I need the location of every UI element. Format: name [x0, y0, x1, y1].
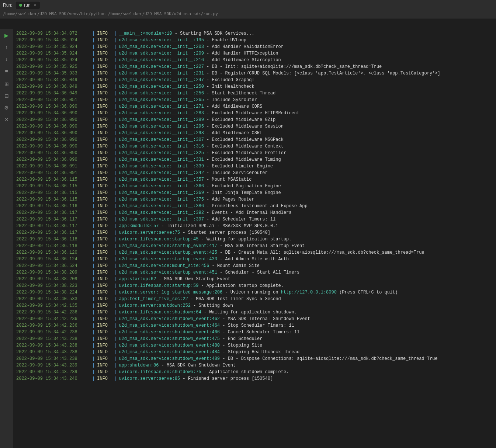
log-line: 2022-09-09 15:34:36.117 | INFO | uvicorn…	[13, 229, 496, 236]
log-level: INFO	[97, 117, 112, 123]
log-text: - Started server process [150540]	[180, 230, 270, 235]
log-source: u2d_msa_sdk.service:startup_event:417	[119, 243, 217, 249]
separator: |	[92, 282, 95, 289]
run-tab[interactable]: run ×	[15, 1, 40, 9]
log-level: INFO	[97, 302, 112, 309]
log-source: u2d_msa_sdk.service:__init__:298	[119, 131, 204, 136]
separator: |	[92, 296, 95, 302]
separator: |	[114, 322, 117, 329]
log-timestamp: 2022-09-09 15:34:34.072	[16, 30, 90, 37]
log-source: u2d_msa_sdk.service:__init__:271	[119, 104, 204, 109]
tab-dot	[19, 4, 22, 7]
log-message: u2d_msa_sdk.service:startup_event:417 - …	[119, 243, 305, 249]
log-text: - Application startup complete.	[198, 283, 283, 288]
log-text: - Add Handler ValidationError	[204, 44, 284, 49]
log-source: u2d_msa_sdk.service:__init__:227	[119, 64, 204, 69]
log-link[interactable]: http://127.0.0.1:8090	[281, 290, 337, 295]
separator: |	[114, 302, 117, 309]
log-source: u2d_msa_sdk.service:__init__:231	[119, 71, 204, 76]
stop-button[interactable]: ■	[1, 66, 12, 76]
log-level: INFO	[97, 130, 112, 136]
log-level: INFO	[97, 156, 112, 163]
separator: |	[92, 329, 95, 336]
separator: |	[92, 123, 95, 130]
log-level: INFO	[97, 362, 112, 369]
log-level: INFO	[97, 196, 112, 203]
log-source: u2d_msa_sdk.service:__init__:392	[119, 210, 204, 215]
log-text: - Cancel Scheduler Timers: 11	[220, 330, 299, 335]
separator: |	[114, 336, 117, 342]
log-level: INFO	[97, 170, 112, 176]
log-source: u2d_msa_sdk.service:startup_event:425	[119, 250, 217, 255]
settings-button[interactable]: ⊞	[1, 79, 12, 89]
separator: |	[92, 103, 95, 110]
separator: |	[92, 309, 95, 316]
log-level: INFO	[97, 183, 112, 190]
log-text: - Stopping Healthcheck Thread	[220, 350, 299, 355]
separator: |	[92, 44, 95, 50]
separator: |	[92, 156, 95, 163]
log-line: 2022-09-09 15:34:36.090 | INFO | u2d_msa…	[13, 123, 496, 130]
log-level: INFO	[97, 57, 112, 63]
log-message: uvicorn.server:_log_started_message:206 …	[119, 289, 398, 296]
log-message: u2d_msa_sdk.service:__init__:369 - Init …	[119, 190, 281, 196]
separator: |	[92, 249, 95, 256]
log-text: - Add Scheduler Timers: 11	[204, 217, 275, 222]
log-text: - Excluded Middleware HTTPSRedirect	[204, 111, 299, 116]
separator: |	[114, 236, 117, 243]
log-source: u2d_msa_sdk.service:__init__:295	[119, 124, 204, 129]
log-line: 2022-09-09 15:34:36.090 | INFO | u2d_msa…	[13, 103, 496, 110]
log-source: u2d_msa_sdk.service:__init__:397	[119, 217, 204, 222]
log-line: 2022-09-09 15:34:35.925 | INFO | u2d_msa…	[13, 63, 496, 70]
log-message: app:test_timer_five_sec:22 - MSA SDK Tes…	[119, 296, 281, 302]
log-timestamp: 2022-09-09 15:34:35.924	[16, 44, 90, 50]
separator: |	[114, 355, 117, 362]
top-bar: Run: run ×	[0, 0, 496, 10]
separator: |	[92, 375, 95, 382]
separator: |	[92, 136, 95, 143]
rerun-button[interactable]: ↑	[1, 42, 12, 52]
log-source: u2d_msa_sdk.service:__init__:357	[119, 177, 204, 182]
pin-button[interactable]: ⚙	[1, 103, 12, 113]
log-line: 2022-09-09 15:34:36.124 | INFO | u2d_msa…	[13, 256, 496, 263]
log-timestamp: 2022-09-09 15:34:42.236	[16, 309, 90, 316]
log-message: u2d_msa_sdk.service:__init__:386 - Prome…	[119, 203, 307, 209]
log-source: app:<module>:57	[119, 223, 159, 229]
log-timestamp: 2022-09-09 15:34:43.239	[16, 355, 90, 362]
log-line: 2022-09-09 15:34:36.049 | INFO | u2d_msa…	[13, 83, 496, 90]
down-button[interactable]: ↓	[1, 54, 12, 64]
log-line: 2022-09-09 15:34:38.224 | INFO | uvicorn…	[13, 289, 496, 296]
log-message: u2d_msa_sdk.service:shutdown_event:462 -…	[119, 316, 310, 322]
separator: |	[92, 289, 95, 296]
log-message: uvicorn.lifespan.on:startup:59 - Applica…	[119, 282, 283, 289]
log-level: INFO	[97, 282, 112, 289]
log-line: 2022-09-09 15:34:43.238 | INFO | u2d_msa…	[13, 342, 496, 349]
log-timestamp: 2022-09-09 15:34:36.090	[16, 110, 90, 117]
log-message: u2d_msa_sdk.service:shutdown_event:489 -…	[119, 355, 437, 362]
trash-button[interactable]: ✕	[1, 114, 12, 125]
log-source: u2d_msa_sdk.service:__init__:256	[119, 91, 204, 96]
tab-close-button[interactable]: ×	[34, 3, 37, 7]
log-message: u2d_msa_sdk.service:startup_event:433 - …	[119, 256, 289, 263]
separator: |	[92, 163, 95, 170]
log-message: u2d_msa_sdk.service:__init__:250 - Init …	[119, 83, 254, 90]
log-line: 2022-09-09 15:34:42.236 | INFO | u2d_msa…	[13, 316, 496, 322]
play-button[interactable]: ▶	[1, 30, 12, 41]
log-content[interactable]: 2022-09-09 15:34:34.072 | INFO | __main_…	[13, 29, 496, 448]
separator: |	[114, 375, 117, 382]
separator: |	[92, 143, 95, 150]
log-line: 2022-09-09 15:34:36.117 | INFO | u2d_msa…	[13, 216, 496, 223]
log-level: INFO	[97, 249, 112, 256]
log-message: u2d_msa_sdk.service:__init__:256 - Start…	[119, 90, 275, 97]
separator: |	[92, 223, 95, 229]
log-timestamp: 2022-09-09 15:34:36.090	[16, 117, 90, 123]
log-line: 2022-09-09 15:34:42.238 | INFO | u2d_msa…	[13, 329, 496, 336]
log-timestamp: 2022-09-09 15:34:36.049	[16, 83, 90, 90]
print-button[interactable]: ⊟	[1, 91, 12, 101]
log-line: 2022-09-09 15:34:35.924 | INFO | u2d_msa…	[13, 57, 496, 63]
log-source: u2d_msa_sdk.service:__init__:316	[119, 144, 204, 149]
log-text: - MSA SDK Internal Startup Event	[217, 243, 305, 249]
separator: |	[92, 362, 95, 369]
log-line: 2022-09-09 15:34:36.091 | INFO | u2d_msa…	[13, 163, 496, 170]
log-timestamp: 2022-09-09 15:34:36.049	[16, 77, 90, 83]
